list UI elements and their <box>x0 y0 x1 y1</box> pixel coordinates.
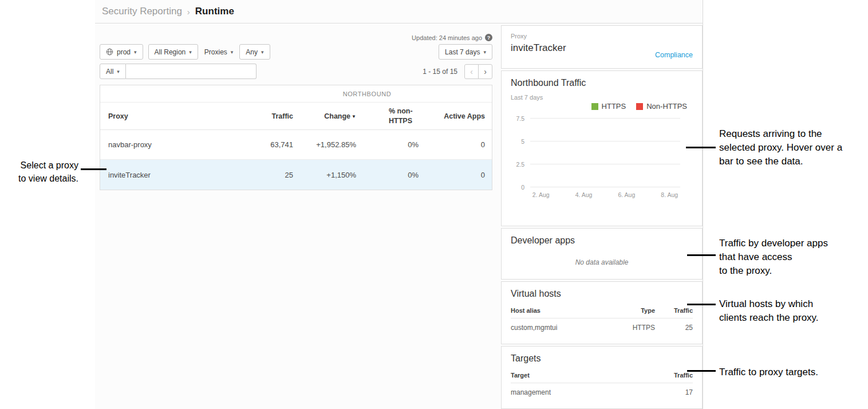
sort-desc-icon: ▼ <box>352 114 356 119</box>
column-header-proxy[interactable]: Proxy <box>100 112 241 120</box>
compliance-link[interactable]: Compliance <box>655 51 693 59</box>
annotation-connector-targets <box>687 370 716 372</box>
virtual-hosts-header-row: Host alias Type Traffic <box>511 307 693 318</box>
cell-active-apps: 0 <box>419 171 493 179</box>
developer-apps-section: Developer apps No data available <box>501 228 703 280</box>
virtual-hosts-table: Host alias Type Traffic custom,mgmtui HT… <box>511 307 693 336</box>
legend-label-non-https: Non-HTTPS <box>646 102 687 111</box>
region-label: All Region <box>155 48 186 56</box>
annotation-connector-chart <box>686 147 716 148</box>
cell-non-https: 0% <box>356 140 419 149</box>
cell-type: HTTPS <box>609 324 655 332</box>
column-header-active-apps[interactable]: Active Apps <box>419 112 493 120</box>
next-page-icon: › <box>484 67 487 76</box>
caret-down-icon: ▾ <box>117 69 120 74</box>
virtual-hosts-section: Virtual hosts Host alias Type Traffic cu… <box>501 281 703 344</box>
previous-page-button[interactable]: ‹ <box>464 64 479 79</box>
targets-section: Targets Target Traffic management 17 <box>501 346 703 409</box>
pagination-range: 1 - 15 of 15 <box>423 68 457 76</box>
cell-non-https: 0% <box>356 171 419 179</box>
environment-label: prod <box>117 48 131 56</box>
chart-x-labels: 2. Aug4. Aug6. Aug8. Aug <box>530 191 680 198</box>
screen: Security Reporting › Runtime Updated: 24… <box>0 0 868 409</box>
chart-x-tick-label <box>551 191 573 198</box>
table-row-invitetracker[interactable]: inviteTracker 25 +1,150% 0% 0 <box>100 160 492 190</box>
proxies-dropdown[interactable]: Proxies ▾ <box>203 44 235 60</box>
chart-x-tick-label <box>594 191 616 198</box>
caret-down-icon: ▾ <box>261 49 264 55</box>
chart-x-tick-label <box>637 191 658 198</box>
app-window: Security Reporting › Runtime Updated: 24… <box>95 0 703 409</box>
targets-title: Targets <box>511 353 693 364</box>
chart-x-tick-label: 8. Aug <box>659 191 680 198</box>
header-divider <box>95 23 703 23</box>
filter-toolbar: prod ▾ All Region ▾ Proxies ▾ Any ▾ Last… <box>100 44 492 60</box>
caret-down-icon: ▾ <box>483 49 486 55</box>
chart-legend: HTTPS Non-HTTPS <box>511 102 693 111</box>
cell-target: management <box>511 388 655 396</box>
cell-active-apps: 0 <box>419 140 493 149</box>
cell-proxy-name: navbar-proxy <box>100 140 241 149</box>
environment-dropdown[interactable]: prod ▾ <box>100 44 143 60</box>
cell-traffic: 63,741 <box>241 140 293 149</box>
cell-host-alias: custom,mgmtui <box>511 324 609 332</box>
cell-proxy-name: inviteTracker <box>100 171 241 179</box>
search-input[interactable] <box>126 64 257 79</box>
updated-text: Updated: 24 minutes ago <box>412 34 482 41</box>
chart-x-tick-label: 2. Aug <box>530 191 551 198</box>
chart-subtitle: Last 7 days <box>511 94 693 101</box>
annotation-connector-vhosts <box>687 304 716 305</box>
search-scope-label: All <box>106 68 113 76</box>
chart-y-axis: 02.557.5 <box>511 119 530 187</box>
targets-table: Target Traffic management 17 <box>511 372 693 401</box>
legend-swatch-https <box>591 103 598 110</box>
region-dropdown[interactable]: All Region ▾ <box>148 44 198 60</box>
caret-down-icon: ▾ <box>134 49 137 55</box>
chart-y-tick-label: 0 <box>521 184 524 191</box>
northbound-traffic-section: Northbound Traffic Last 7 days HTTPS Non… <box>501 70 703 226</box>
targets-header-row: Target Traffic <box>511 372 693 383</box>
virtual-hosts-title: Virtual hosts <box>511 289 693 299</box>
annotation-apps-note: Traffic by developer apps that have acce… <box>719 237 857 278</box>
proxies-label: Proxies <box>204 48 227 56</box>
chart-plot <box>530 119 680 187</box>
caret-down-icon: ▾ <box>189 49 192 55</box>
legend-label-https: HTTPS <box>602 102 626 111</box>
column-header-change[interactable]: Change▼ <box>293 112 356 120</box>
updated-status: Updated: 24 minutes ago ? <box>100 34 492 41</box>
table-group-header-row: NORTHBOUND <box>100 85 492 103</box>
cell-change: +1,150% <box>293 171 356 179</box>
targets-row[interactable]: management 17 <box>511 383 693 401</box>
northbound-traffic-title: Northbound Traffic <box>511 78 693 88</box>
cell-traffic: 25 <box>241 171 293 179</box>
breadcrumb: Security Reporting › Runtime <box>102 0 234 23</box>
chart-y-tick-label: 5 <box>521 138 524 145</box>
legend-item: Non-HTTPS <box>636 102 687 111</box>
table-row-navbar-proxy[interactable]: navbar-proxy 63,741 +1,952.85% 0% 0 <box>100 130 492 160</box>
proxy-table: NORTHBOUND Proxy Traffic Change▼ % non-H… <box>100 85 492 190</box>
column-header-traffic: Traffic <box>655 307 693 314</box>
legend-item: HTTPS <box>591 102 626 111</box>
date-range-label: Last 7 days <box>445 48 480 56</box>
cell-change: +1,952.85% <box>293 140 356 149</box>
next-page-button[interactable]: › <box>478 64 492 79</box>
cell-traffic: 17 <box>655 388 693 396</box>
date-range-dropdown[interactable]: Last 7 days ▾ <box>439 44 492 60</box>
search-scope-dropdown[interactable]: All ▾ <box>100 64 126 79</box>
globe-icon <box>106 48 113 56</box>
chart-y-tick-label: 7.5 <box>516 115 524 122</box>
northbound-bar-chart: 02.557.5 2. Aug4. Aug6. Aug8. Aug <box>511 119 693 198</box>
caret-down-icon: ▾ <box>231 49 234 55</box>
virtual-hosts-row[interactable]: custom,mgmtui HTTPS 25 <box>511 318 693 336</box>
column-header-type: Type <box>609 307 655 314</box>
column-header-change-label: Change <box>324 112 350 120</box>
column-header-traffic[interactable]: Traffic <box>241 112 293 120</box>
annotation-connector-select-proxy <box>81 168 106 170</box>
column-header-non-https-label: % non-HTTPS <box>389 107 419 126</box>
breadcrumb-parent[interactable]: Security Reporting <box>102 6 182 17</box>
column-header-non-https[interactable]: % non-HTTPS <box>356 107 419 126</box>
help-icon[interactable]: ? <box>485 34 492 41</box>
any-dropdown[interactable]: Any ▾ <box>239 44 270 60</box>
prev-page-icon: ‹ <box>470 67 473 76</box>
developer-apps-title: Developer apps <box>511 235 693 246</box>
